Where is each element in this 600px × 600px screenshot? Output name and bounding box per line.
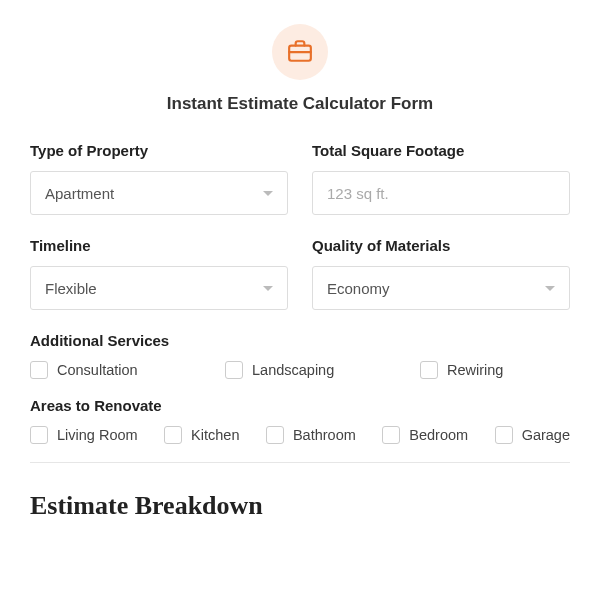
areas-label: Areas to Renovate (30, 397, 570, 414)
square-footage-label: Total Square Footage (312, 142, 570, 159)
area-bathroom[interactable]: Bathroom (266, 426, 356, 444)
checkbox-icon (30, 361, 48, 379)
square-footage-input[interactable] (327, 172, 555, 214)
area-bedroom[interactable]: Bedroom (382, 426, 468, 444)
checkbox-label: Kitchen (191, 427, 239, 443)
checkbox-label: Bedroom (409, 427, 468, 443)
checkbox-icon (164, 426, 182, 444)
service-landscaping[interactable]: Landscaping (225, 361, 375, 379)
checkbox-label: Rewiring (447, 362, 503, 378)
service-consultation[interactable]: Consultation (30, 361, 180, 379)
materials-select[interactable]: Economy (312, 266, 570, 310)
chevron-down-icon (545, 286, 555, 291)
checkbox-icon (495, 426, 513, 444)
checkbox-icon (225, 361, 243, 379)
timeline-label: Timeline (30, 237, 288, 254)
briefcase-icon (287, 38, 313, 67)
checkbox-label: Consultation (57, 362, 138, 378)
area-kitchen[interactable]: Kitchen (164, 426, 239, 444)
checkbox-label: Living Room (57, 427, 138, 443)
area-garage[interactable]: Garage (495, 426, 570, 444)
checkbox-icon (420, 361, 438, 379)
property-type-value: Apartment (45, 185, 114, 202)
header-icon-circle (272, 24, 328, 80)
form-title: Instant Estimate Calculator Form (30, 94, 570, 114)
checkbox-icon (382, 426, 400, 444)
area-living-room[interactable]: Living Room (30, 426, 138, 444)
service-rewiring[interactable]: Rewiring (420, 361, 570, 379)
estimate-breakdown-title: Estimate Breakdown (30, 491, 570, 521)
property-type-label: Type of Property (30, 142, 288, 159)
timeline-select[interactable]: Flexible (30, 266, 288, 310)
timeline-value: Flexible (45, 280, 97, 297)
materials-value: Economy (327, 280, 390, 297)
property-type-select[interactable]: Apartment (30, 171, 288, 215)
checkbox-icon (266, 426, 284, 444)
checkbox-label: Bathroom (293, 427, 356, 443)
divider (30, 462, 570, 463)
checkbox-icon (30, 426, 48, 444)
square-footage-field[interactable] (312, 171, 570, 215)
checkbox-label: Landscaping (252, 362, 334, 378)
checkbox-label: Garage (522, 427, 570, 443)
additional-services-label: Additional Services (30, 332, 570, 349)
chevron-down-icon (263, 191, 273, 196)
materials-label: Quality of Materials (312, 237, 570, 254)
chevron-down-icon (263, 286, 273, 291)
